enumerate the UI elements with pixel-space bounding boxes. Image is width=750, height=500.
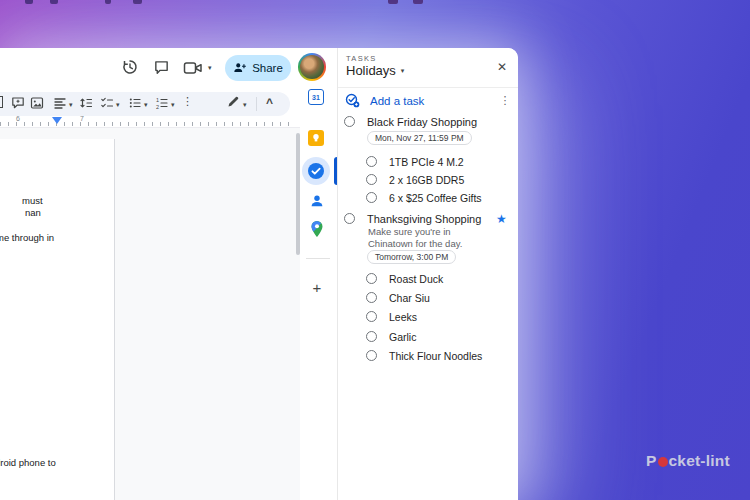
cropped-text-remnant bbox=[388, 0, 398, 4]
toolbar-more-button[interactable]: ⋮ bbox=[182, 96, 193, 107]
sidebar-item-tasks[interactable] bbox=[307, 162, 325, 180]
subtask-title[interactable]: Thick Flour Noodles bbox=[389, 350, 482, 362]
subtask-checkbox[interactable] bbox=[366, 192, 377, 203]
subtask-checkbox[interactable] bbox=[366, 292, 377, 303]
align-caret-icon[interactable]: ▾ bbox=[69, 101, 73, 108]
pocketlint-logo: P cket-lint bbox=[646, 452, 730, 470]
task-list-switcher[interactable]: Holidays ▾ bbox=[346, 63, 404, 78]
svg-text:2: 2 bbox=[156, 104, 159, 110]
subtask-title[interactable]: 2 x 16GB DDR5 bbox=[389, 174, 464, 186]
insert-image-button[interactable] bbox=[30, 96, 44, 110]
add-task-label: Add a task bbox=[370, 95, 424, 107]
cropped-text-remnant bbox=[413, 0, 423, 4]
bulleted-list-icon bbox=[128, 96, 142, 110]
list-caret-icon: ▾ bbox=[401, 67, 405, 74]
ruler-number: 6 bbox=[16, 115, 20, 122]
subtask-title[interactable]: Char Siu bbox=[389, 292, 430, 304]
task-title[interactable]: Black Friday Shopping bbox=[367, 116, 477, 128]
logo-text-left: P bbox=[646, 452, 657, 470]
person-add-icon bbox=[233, 61, 247, 75]
keep-icon bbox=[308, 130, 324, 146]
subtask-checkbox[interactable] bbox=[366, 174, 377, 185]
image-icon bbox=[30, 96, 44, 110]
close-panel-button[interactable]: ✕ bbox=[494, 59, 510, 75]
add-comment-button[interactable] bbox=[11, 96, 25, 110]
star-icon[interactable]: ★ bbox=[496, 212, 507, 226]
task-list-name: Holidays bbox=[346, 63, 396, 78]
hide-menus-button[interactable]: ^ bbox=[266, 97, 273, 109]
numbered-list-icon: 1 2 bbox=[155, 96, 169, 110]
subtask-checkbox[interactable] bbox=[366, 331, 377, 342]
document-text-fragment: must bbox=[22, 195, 43, 206]
account-avatar[interactable] bbox=[298, 53, 326, 81]
checklist-caret-icon[interactable]: ▾ bbox=[116, 101, 120, 108]
subtask-title[interactable]: Roast Duck bbox=[389, 273, 443, 285]
meet-dropdown-caret-icon[interactable]: ▾ bbox=[208, 64, 212, 71]
videocam-icon bbox=[183, 60, 203, 76]
bulleted-list-button[interactable] bbox=[128, 96, 142, 110]
subtask-checkbox[interactable] bbox=[366, 273, 377, 284]
task-checkbox[interactable] bbox=[344, 116, 355, 127]
document-text-fragment: nan bbox=[25, 207, 41, 218]
task-due-chip[interactable]: Mon, Nov 27, 11:59 PM bbox=[367, 131, 472, 145]
panel-header-divider bbox=[338, 87, 518, 88]
indent-marker[interactable] bbox=[52, 117, 62, 124]
task-due-chip[interactable]: Tomorrow, 3:00 PM bbox=[367, 250, 456, 264]
numbered-list-caret-icon[interactable]: ▾ bbox=[171, 101, 175, 108]
ruler-number: 7 bbox=[80, 115, 84, 122]
subtask-checkbox[interactable] bbox=[366, 311, 377, 322]
tasks-panel: TASKS Holidays ▾ ✕ Add a task ⋮ Black Fr… bbox=[338, 48, 518, 500]
document-canvas: must nan me through in droid phone to bbox=[0, 127, 300, 500]
sidebar-item-keep[interactable] bbox=[308, 130, 324, 146]
document-page[interactable]: must nan me through in droid phone to bbox=[0, 139, 115, 500]
line-spacing-button[interactable] bbox=[79, 96, 93, 110]
sidebar-item-contacts[interactable] bbox=[309, 193, 325, 209]
add-task-button[interactable]: Add a task bbox=[345, 93, 424, 108]
comments-button[interactable] bbox=[151, 57, 171, 77]
join-meet-button[interactable] bbox=[183, 58, 203, 78]
sidebar-item-maps[interactable] bbox=[310, 220, 324, 238]
line-spacing-icon bbox=[79, 96, 93, 110]
numbered-list-button[interactable]: 1 2 bbox=[155, 96, 169, 110]
partial-toolbar-icon[interactable] bbox=[0, 96, 3, 108]
subtask-title[interactable]: 6 x $25 Coffee Gifts bbox=[389, 192, 482, 204]
google-docs-window: ▾ Share bbox=[0, 48, 518, 500]
contacts-icon bbox=[309, 193, 325, 209]
editing-mode-button[interactable] bbox=[226, 95, 240, 109]
cropped-text-remnant bbox=[133, 0, 142, 4]
share-button-label: Share bbox=[252, 62, 283, 74]
cropped-text-remnant bbox=[25, 0, 33, 4]
sidebar-item-calendar[interactable]: 31 bbox=[308, 89, 324, 105]
cropped-text-remnant bbox=[105, 0, 111, 4]
pen-icon bbox=[226, 95, 240, 109]
logo-o-dot bbox=[658, 457, 668, 467]
checklist-button[interactable] bbox=[100, 96, 114, 110]
task-title[interactable]: Thanksgiving Shopping bbox=[367, 213, 481, 225]
task-checkbox[interactable] bbox=[344, 213, 355, 224]
task-description: Make sure you're in Chinatown for the da… bbox=[368, 226, 484, 251]
share-button[interactable]: Share bbox=[225, 55, 291, 81]
checklist-icon bbox=[100, 96, 114, 110]
calendar-icon-day: 31 bbox=[312, 94, 320, 101]
cropped-text-remnant bbox=[50, 0, 58, 4]
calendar-icon: 31 bbox=[308, 89, 324, 105]
history-icon bbox=[121, 58, 139, 76]
tasks-icon bbox=[307, 162, 325, 180]
subtask-title[interactable]: Leeks bbox=[389, 311, 417, 323]
subtask-checkbox[interactable] bbox=[366, 156, 377, 167]
subtask-title[interactable]: Garlic bbox=[389, 331, 416, 343]
editing-mode-caret-icon[interactable]: ▾ bbox=[243, 101, 247, 108]
subtask-title[interactable]: 1TB PCIe 4 M.2 bbox=[389, 156, 464, 168]
document-text-fragment: droid phone to bbox=[0, 457, 56, 468]
document-scrollbar[interactable] bbox=[296, 133, 300, 255]
version-history-button[interactable] bbox=[120, 57, 140, 77]
panel-menu-button[interactable]: ⋮ bbox=[498, 92, 512, 108]
align-button[interactable] bbox=[53, 96, 67, 110]
align-left-icon bbox=[53, 96, 67, 110]
desktop-background: ▾ Share bbox=[0, 0, 750, 500]
subtask-checkbox[interactable] bbox=[366, 350, 377, 361]
bulleted-list-caret-icon[interactable]: ▾ bbox=[144, 101, 148, 108]
get-addons-button[interactable]: + bbox=[308, 278, 326, 296]
sidebar-divider bbox=[306, 258, 330, 259]
maps-icon bbox=[310, 220, 324, 238]
